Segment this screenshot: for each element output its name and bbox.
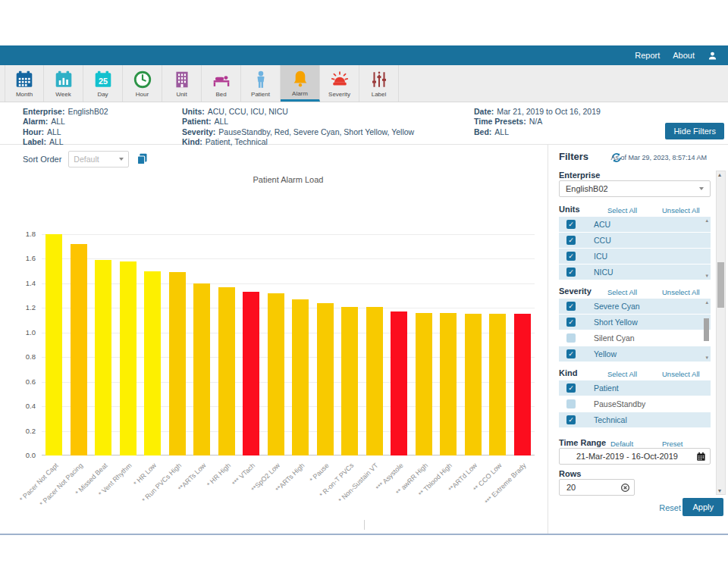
bar--ARTs-High[interactable]: [292, 299, 309, 455]
summary-field-label: Hour:: [23, 127, 44, 136]
checkbox-checked-icon[interactable]: ✓: [566, 220, 576, 229]
toolbar-hour-button[interactable]: Hour: [123, 65, 162, 102]
filter-option-severe-cyan[interactable]: ✓Severe Cyan: [559, 299, 711, 314]
time-range-preset-link[interactable]: Preset: [662, 440, 682, 448]
toolbar-alarm-button[interactable]: Alarm: [281, 65, 320, 102]
filter-option-acu[interactable]: ✓ACU: [559, 217, 711, 232]
summary-field-value: PauseStandby, Red, Severe Cyan, Short Ye…: [218, 127, 414, 136]
units-unselect-all-link[interactable]: Unselect All: [662, 206, 700, 214]
toolbar-week-button[interactable]: Week: [44, 65, 83, 102]
bar--Extreme-Brady[interactable]: [514, 314, 531, 455]
summary-line: Enterprise:EnglishB02: [23, 107, 108, 117]
summary-line: Hour:ALL: [23, 127, 108, 137]
filter-option-pausestandby[interactable]: PauseStandby: [559, 396, 711, 412]
filter-option-label: Yellow: [594, 349, 617, 358]
y-axis-tick-label: 0.6: [8, 377, 36, 386]
filter-option-ccu[interactable]: ✓CCU: [559, 233, 711, 248]
time-range-default-link[interactable]: Default: [610, 440, 633, 448]
bar--ARTd-Low[interactable]: [465, 314, 482, 455]
checkbox-checked-icon[interactable]: ✓: [566, 318, 576, 327]
about-menu[interactable]: About: [673, 51, 695, 60]
gridline: [42, 234, 535, 235]
time-range-field-wrap: [559, 448, 711, 465]
bar--VTach[interactable]: [243, 292, 259, 455]
filter-option-patient[interactable]: ✓Patient: [559, 380, 711, 396]
filter-option-icu[interactable]: ✓ICU: [559, 249, 711, 264]
summary-field-label: Date:: [474, 107, 494, 116]
bar--R-on-T-PVCs[interactable]: [341, 307, 358, 455]
bar--awRR-High[interactable]: [416, 313, 432, 455]
bar--Pause[interactable]: [317, 303, 334, 455]
checkbox-unchecked-icon[interactable]: [566, 399, 576, 409]
toolbar-month-button[interactable]: Month: [5, 65, 44, 102]
filters-panel-scrollbar[interactable]: ▴▾: [716, 171, 726, 495]
time-range-input[interactable]: [559, 448, 711, 465]
bar--HR-Low[interactable]: [144, 271, 161, 455]
bar--Pacer-Not-Pacing[interactable]: [71, 244, 87, 455]
filter-option-yellow[interactable]: ✓Yellow: [559, 346, 711, 362]
units-select-all-link[interactable]: Select All: [607, 206, 637, 214]
gridline: [42, 258, 535, 259]
toolbar-severity-button[interactable]: Severity: [320, 65, 359, 102]
filters-panel-title: Filters: [559, 151, 588, 162]
toolbar-unit-button[interactable]: Unit: [162, 65, 202, 102]
user-icon[interactable]: [708, 51, 717, 61]
filter-option-short-yellow[interactable]: ✓Short Yellow: [559, 315, 711, 330]
gridline: [42, 333, 535, 333]
checkbox-checked-icon[interactable]: ✓: [566, 302, 576, 311]
toolbar-patient-button[interactable]: Patient: [241, 65, 281, 102]
y-axis-tick-label: 0.0: [8, 451, 36, 459]
bar--Vent-Rhythm[interactable]: [120, 261, 136, 455]
chevron-down-icon: [699, 187, 704, 190]
checkbox-checked-icon[interactable]: ✓: [566, 236, 576, 245]
checkbox-unchecked-icon[interactable]: [566, 333, 576, 343]
hide-filters-button[interactable]: Hide Filters: [665, 123, 724, 139]
units-list-scrollbar[interactable]: ▴▾: [701, 217, 711, 280]
summary-field-label: Units:: [182, 107, 205, 116]
bar--CCO-Low[interactable]: [489, 314, 506, 455]
filter-option-nicu[interactable]: ✓NICU: [559, 265, 711, 280]
report-menu[interactable]: Report: [635, 51, 660, 60]
summary-column-3: Date:Mar 21, 2019 to Oct 16, 2019Time Pr…: [474, 107, 601, 137]
checkbox-checked-icon[interactable]: ✓: [566, 415, 576, 424]
enterprise-dropdown[interactable]: EnglishB02: [559, 180, 711, 197]
x-axis-label: * Pacer Not Pacing: [38, 462, 84, 508]
checkbox-checked-icon[interactable]: ✓: [566, 252, 576, 261]
rows-label: Rows: [559, 469, 581, 478]
severity-unselect-all-link[interactable]: Unselect All: [662, 288, 700, 296]
calendar-icon[interactable]: [696, 451, 706, 465]
summary-field-label: Enterprise:: [23, 107, 64, 116]
bar--Asystole[interactable]: [391, 311, 407, 455]
checkbox-checked-icon[interactable]: ✓: [566, 268, 576, 277]
toolbar-bed-button[interactable]: Bed: [202, 65, 241, 102]
bar--ARTs-Low[interactable]: [193, 283, 210, 455]
filter-option-silent-cyan[interactable]: Silent Cyan: [559, 330, 711, 346]
clear-circle-icon[interactable]: [620, 482, 630, 496]
summary-field-value: ALL: [215, 117, 229, 126]
units-list: ✓ACU✓CCU✓ICU✓NICU ▴▾: [559, 217, 711, 280]
toolbar-day-button[interactable]: 25Day: [83, 65, 123, 102]
kind-unselect-all-link[interactable]: Unselect All: [662, 370, 700, 378]
kind-select-all-link[interactable]: Select All: [607, 370, 637, 378]
checkbox-checked-icon[interactable]: ✓: [566, 349, 576, 358]
toolbar-item-label: Week: [55, 91, 71, 98]
bar--Run-PVCs-High[interactable]: [169, 272, 186, 455]
apply-button[interactable]: Apply: [682, 498, 723, 516]
bar--HR-High[interactable]: [218, 287, 235, 455]
reset-link[interactable]: Reset: [659, 503, 681, 512]
bar--Pacer-Not-Capt[interactable]: [46, 234, 62, 455]
bar--Missed-Beat[interactable]: [95, 260, 111, 455]
gridline: [42, 406, 535, 407]
resize-handle[interactable]: [364, 520, 365, 530]
filter-option-technical[interactable]: ✓Technical: [559, 412, 711, 427]
copy-chart-icon[interactable]: [136, 152, 149, 167]
bar--Tblood-High[interactable]: [440, 313, 457, 455]
bar--Non-Sustain-VT[interactable]: [366, 307, 383, 455]
severity-select-all-link[interactable]: Select All: [607, 288, 637, 296]
bar--SpO2-Low[interactable]: [268, 293, 284, 455]
chart-title: Patient Alarm Load: [42, 175, 535, 184]
sort-order-dropdown[interactable]: Default: [68, 151, 129, 167]
toolbar-label-button[interactable]: Label: [359, 65, 399, 102]
severity-list-scrollbar[interactable]: ▴▾: [701, 299, 711, 362]
checkbox-checked-icon[interactable]: ✓: [566, 383, 576, 393]
